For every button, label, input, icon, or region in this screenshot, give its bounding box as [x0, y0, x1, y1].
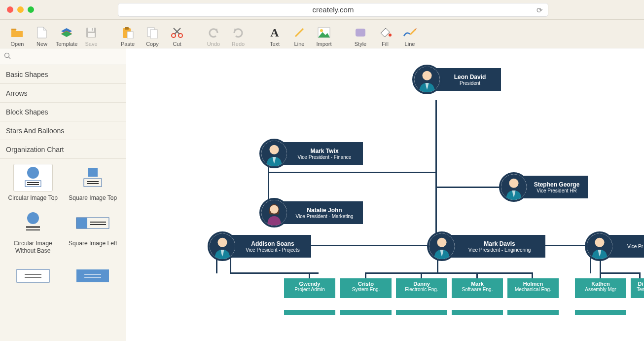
- svg-rect-12: [150, 30, 157, 38]
- template-button[interactable]: Template: [54, 25, 79, 47]
- toolbar: Open New Template Save Paste Copy Cut Un…: [0, 20, 644, 48]
- shape-category-org[interactable]: Organization Chart: [0, 140, 126, 159]
- svg-rect-27: [84, 179, 102, 187]
- org-node-vp-projects[interactable]: Addison Soans Vice President - Projects: [222, 235, 311, 258]
- maximize-window-button[interactable]: [28, 6, 34, 13]
- org-leaf-stub[interactable]: [507, 310, 559, 315]
- undo-button[interactable]: Undo: [201, 25, 226, 47]
- svg-rect-40: [76, 269, 109, 282]
- svg-point-20: [5, 53, 9, 58]
- redo-icon: [226, 25, 250, 40]
- import-button[interactable]: Import: [312, 25, 336, 47]
- avatar-icon: [412, 65, 442, 94]
- shape-category-stars[interactable]: Stars And Balloons: [0, 121, 126, 140]
- org-node-vp-hr[interactable]: Stephen George Vice President HR: [514, 176, 588, 198]
- org-leaf[interactable]: Holmen Mechanical Eng.: [507, 278, 559, 298]
- shape-search-input[interactable]: [15, 53, 126, 61]
- text-tool-button[interactable]: A Text: [262, 25, 287, 47]
- reload-icon[interactable]: ⟳: [537, 6, 543, 15]
- shape-palette: Circular Image Top Square Image Top Circ…: [0, 159, 126, 295]
- address-bar-text: creately.com: [313, 5, 354, 14]
- image-icon: [312, 25, 336, 40]
- bucket-icon: [373, 25, 397, 40]
- shape-circular-image-top[interactable]: Circular Image Top: [4, 164, 62, 201]
- org-node-vp-engineering[interactable]: Mark Davis Vice President - Engineering: [442, 235, 545, 258]
- shape-solid-box[interactable]: [64, 262, 122, 290]
- save-icon: [79, 25, 104, 40]
- minimize-window-button[interactable]: [17, 6, 24, 13]
- svg-rect-37: [17, 269, 49, 282]
- avatar-icon: [208, 231, 237, 261]
- org-node-president[interactable]: Leon David President: [427, 68, 501, 91]
- save-button[interactable]: Save: [79, 25, 104, 47]
- shape-category-block[interactable]: Block Shapes: [0, 103, 126, 121]
- svg-line-15: [295, 29, 303, 37]
- org-leaf-stub[interactable]: [452, 310, 503, 315]
- shape-category-basic[interactable]: Basic Shapes: [0, 65, 126, 84]
- svg-rect-26: [88, 168, 98, 177]
- svg-line-21: [9, 57, 11, 59]
- window-controls: [7, 6, 34, 13]
- shapes-sidebar: Basic Shapes Arrows Block Shapes Stars A…: [0, 48, 126, 341]
- paste-button[interactable]: Paste: [115, 25, 140, 47]
- org-leaf[interactable]: Di Tes: [631, 278, 644, 298]
- avatar-icon: [499, 172, 529, 202]
- svg-rect-18: [356, 29, 365, 37]
- style-button[interactable]: Style: [348, 25, 373, 47]
- new-button[interactable]: New: [30, 25, 54, 47]
- scissors-icon: [165, 25, 189, 40]
- svg-point-30: [27, 212, 39, 224]
- org-leaf-stub[interactable]: [284, 310, 335, 315]
- diagram-canvas[interactable]: Leon David President Mark Twix Vice Pres…: [126, 48, 644, 341]
- svg-point-19: [389, 34, 392, 37]
- svg-rect-6: [92, 28, 93, 31]
- line-tool-button[interactable]: Line: [287, 25, 312, 47]
- redo-button[interactable]: Redo: [226, 25, 250, 47]
- svg-point-22: [27, 167, 39, 179]
- org-leaf-stub[interactable]: [340, 310, 392, 315]
- avatar-icon: [259, 198, 289, 227]
- org-leaf[interactable]: Kathen Assembly Mgr: [575, 278, 626, 298]
- svg-rect-5: [88, 28, 94, 32]
- copy-icon: [140, 25, 165, 40]
- folder-open-icon: [5, 25, 30, 40]
- org-node-vp-cut[interactable]: Vice Pr: [600, 235, 644, 258]
- org-leaf[interactable]: Cristo System Eng.: [340, 278, 392, 298]
- cut-button[interactable]: Cut: [165, 25, 189, 47]
- svg-rect-23: [25, 181, 41, 187]
- org-leaf[interactable]: Mark Software Eng.: [452, 278, 503, 298]
- text-icon: A: [262, 25, 287, 40]
- file-new-icon: [30, 25, 54, 40]
- org-leaf-stub[interactable]: [396, 310, 447, 315]
- template-icon: [54, 25, 79, 40]
- fill-button[interactable]: Fill: [373, 25, 397, 47]
- search-icon: [0, 52, 15, 61]
- clipboard-paste-icon: [115, 25, 140, 40]
- avatar-icon: [427, 231, 457, 261]
- close-window-button[interactable]: [7, 6, 13, 13]
- shape-square-image-left[interactable]: Square Image Left: [64, 209, 122, 254]
- shape-square-image-top[interactable]: Square Image Top: [64, 164, 122, 201]
- browser-chrome: creately.com ⟳: [0, 0, 644, 20]
- org-leaf[interactable]: Gwendy Project Admin: [284, 278, 335, 298]
- line-icon: [287, 25, 312, 40]
- org-node-vp-finance[interactable]: Mark Twix Vice President - Finance: [274, 142, 363, 165]
- org-node-vp-marketing[interactable]: Natalie John Vice President - Marketing: [274, 201, 363, 224]
- undo-icon: [201, 25, 226, 40]
- shape-search: [0, 48, 126, 65]
- shape-category-arrows[interactable]: Arrows: [0, 84, 126, 103]
- shape-text-box[interactable]: [4, 262, 62, 290]
- copy-button[interactable]: Copy: [140, 25, 165, 47]
- svg-point-17: [320, 29, 323, 32]
- address-bar[interactable]: creately.com ⟳: [118, 3, 548, 17]
- svg-rect-9: [125, 27, 129, 30]
- open-button[interactable]: Open: [5, 25, 30, 47]
- line-style-button[interactable]: Line: [397, 25, 422, 47]
- shape-circular-no-base[interactable]: Circular Image Without Base: [4, 209, 62, 254]
- org-leaf[interactable]: Danny Electronic Eng.: [396, 278, 447, 298]
- svg-rect-33: [76, 218, 87, 228]
- org-leaf-stub[interactable]: [575, 310, 626, 315]
- pencil-line-icon: [397, 25, 422, 40]
- avatar-icon: [259, 139, 289, 168]
- style-swatch-icon: [348, 25, 373, 40]
